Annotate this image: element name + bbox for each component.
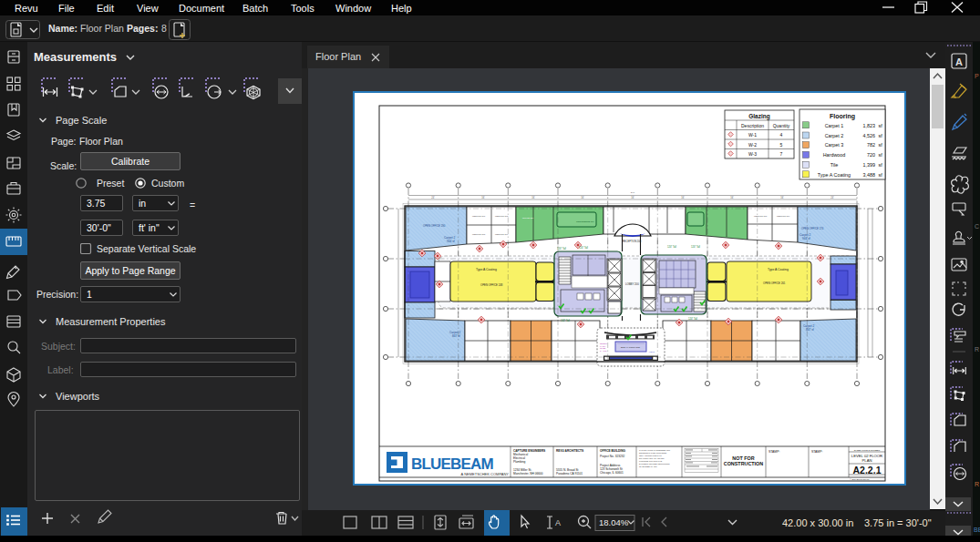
svg-text:REVU ARCHITECTS: REVU ARCHITECTS [556,449,583,453]
svg-text:W-2: W-2 [748,142,757,148]
svg-text:OF BLUEBEAM, INC.: OF BLUEBEAM, INC. [639,465,658,468]
svg-text:Chicago, IL 60601: Chicago, IL 60601 [600,471,624,475]
svg-text:R = 8.12: R = 8.12 [600,350,606,352]
svg-text:16': 16' [730,196,734,199]
svg-text:sf: sf [879,172,883,178]
svg-text:24': 24' [830,196,834,199]
svg-text:Description: Description [741,123,764,128]
svg-text:OFFICE 209: OFFICE 209 [522,217,534,219]
svg-text:847 sf: 847 sf [452,334,460,338]
svg-text:Manchester, NH 06600: Manchester, NH 06600 [513,472,543,476]
svg-text:PLAN: PLAN [862,458,872,463]
svg-text:sf: sf [879,152,883,158]
svg-text:BLUEBEAM: BLUEBEAM [411,455,494,473]
svg-text:18.04%: 18.04% [599,517,629,527]
svg-text:120" Tall: 120" Tall [691,245,700,249]
svg-text:120" Tall: 120" Tall [688,317,697,321]
svg-text:Glazing: Glazing [748,113,770,120]
svg-text:248': 248' [631,191,635,194]
svg-text:SHEET TITLE & NUMBER: SHEET TITLE & NUMBER [854,449,881,452]
svg-text:Carpet 1: Carpet 1 [825,123,844,128]
svg-text:sf: sf [879,162,883,168]
svg-text:MEETING 217: MEETING 217 [777,215,790,217]
svg-text:16': 16' [780,196,784,199]
svg-text:A2.2.1: A2.2.1 [853,465,882,476]
svg-text:720: 720 [867,152,875,158]
svg-text:1,823: 1,823 [863,123,876,128]
svg-text:5: 5 [780,142,783,148]
svg-text:1,399: 1,399 [863,162,876,168]
svg-text:OFFICE BUILDING: OFFICE BUILDING [600,449,625,453]
svg-text:24': 24' [431,196,435,199]
svg-text:Carpet 3: Carpet 3 [825,142,844,148]
svg-text:sf: sf [879,133,883,138]
svg-text:RECEPTION 200: RECEPTION 200 [623,240,642,243]
svg-text:OPEN OFFICE 290: OPEN OFFICE 290 [423,224,446,228]
svg-text:+3 Dew: +3 Dew [648,351,655,353]
svg-text:Project No. 323232: Project No. 323232 [600,455,625,458]
svg-text:Plumbing: Plumbing [513,460,526,464]
svg-text:120" Tall: 120" Tall [557,247,566,251]
svg-text:120" Tall: 120" Tall [667,245,676,249]
svg-text:Pasadena CA 91101: Pasadena CA 91101 [556,472,583,476]
svg-text:STAMP:: STAMP: [769,450,779,454]
svg-text:7: 7 [780,151,783,157]
svg-text:Type A Coating: Type A Coating [818,172,851,178]
svg-text:Hardwood: Hardwood [823,152,846,158]
svg-text:EXPRESS WRITTEN PERMISSION: EXPRESS WRITTEN PERMISSION [639,463,670,465]
svg-text:OPEN OFFICE 274: OPEN OFFICE 274 [801,227,824,230]
svg-text:DEMONSTRATION PURPOSES: DEMONSTRATION PURPOSES [639,452,667,454]
svg-text:A: A [555,518,561,527]
svg-text:847 sf: 847 sf [806,328,814,332]
svg-text:3.75 in = 30'-0": 3.75 in = 30'-0" [864,517,932,528]
svg-text:sf: sf [879,142,883,148]
svg-text:PURPOSE WITHOUT THE: PURPOSE WITHOUT THE [639,460,663,462]
svg-text:MEETING 201: MEETING 201 [472,215,486,217]
svg-text:LOBBY 200: LOBBY 200 [625,282,639,286]
svg-text:120" Tall: 120" Tall [579,246,588,250]
svg-text:MEETING 215: MEETING 215 [754,215,768,217]
svg-text:132" Tall: 132" Tall [561,319,570,322]
svg-text:OPEN OFFICE 248: OPEN OFFICE 248 [480,283,503,287]
svg-text:BREAK ROOM 233: BREAK ROOM 233 [621,346,641,349]
svg-text:Type A Coating: Type A Coating [476,268,497,271]
svg-text:782: 782 [867,142,875,148]
svg-text:16': 16' [481,196,485,199]
svg-text:944 sf: 944 sf [447,240,455,243]
svg-text:CONFERENCE 207: CONFERENCE 207 [576,220,594,222]
svg-text:Quantity: Quantity [773,123,790,128]
svg-text:W-1: W-1 [748,132,757,138]
svg-text:Type A Coating: Type A Coating [768,268,789,271]
svg-text:4,526: 4,526 [863,133,876,138]
svg-text:A: A [955,56,963,67]
svg-text:MEETING 207: MEETING 207 [495,233,509,235]
svg-text:W-3: W-3 [748,151,757,157]
svg-text:Tile: Tile [830,162,839,168]
svg-text:MEETING 205: MEETING 205 [472,233,486,235]
svg-text:944 sf: 944 sf [802,237,810,240]
svg-text:CAPTURE ENGINEERS: CAPTURE ENGINEERS [513,449,545,453]
svg-text:16': 16' [631,196,634,199]
svg-text:16': 16' [581,196,584,199]
svg-text:DRAWING FOR ANY OTHER: DRAWING FOR ANY OTHER [639,457,665,459]
svg-text:© 2019 Bluebeam Inc.: © 2019 Bluebeam Inc. [850,478,870,480]
svg-text:3,488: 3,488 [863,172,876,178]
svg-text:42.00 x 30.00 in: 42.00 x 30.00 in [782,517,853,528]
svg-text:16': 16' [531,196,535,199]
svg-text:THIS DRAWING IS INTENDED FOR: THIS DRAWING IS INTENDED FOR [639,449,670,451]
svg-text:ONLY. DO NOT USE THIS: ONLY. DO NOT USE THIS [639,455,662,456]
svg-text:sf: sf [879,123,883,128]
svg-text:OPEN OFFICE 261: OPEN OFFICE 261 [763,281,786,285]
svg-text:CONSTRUCTION: CONSTRUCTION [724,461,764,466]
svg-text:4: 4 [780,132,783,138]
svg-text:MEETING 203: MEETING 203 [495,215,509,217]
svg-text:A NEMETSCHEK COMPANY: A NEMETSCHEK COMPANY [461,472,510,476]
svg-text:Carpet 2: Carpet 2 [825,133,844,138]
svg-text:Flooring: Flooring [830,113,855,120]
svg-text:16': 16' [681,196,685,199]
svg-text:STAMP:: STAMP: [811,450,822,454]
